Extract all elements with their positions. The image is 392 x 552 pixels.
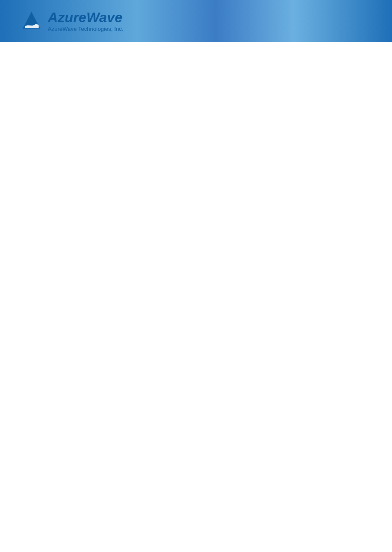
- azurewave-logo-icon: [20, 9, 43, 33]
- header-subtitle: AzureWave Technologies, Inc.: [48, 26, 123, 32]
- page-header: AzureWave AzureWave Technologies, Inc.: [0, 0, 392, 42]
- header-brand: AzureWave: [48, 10, 123, 26]
